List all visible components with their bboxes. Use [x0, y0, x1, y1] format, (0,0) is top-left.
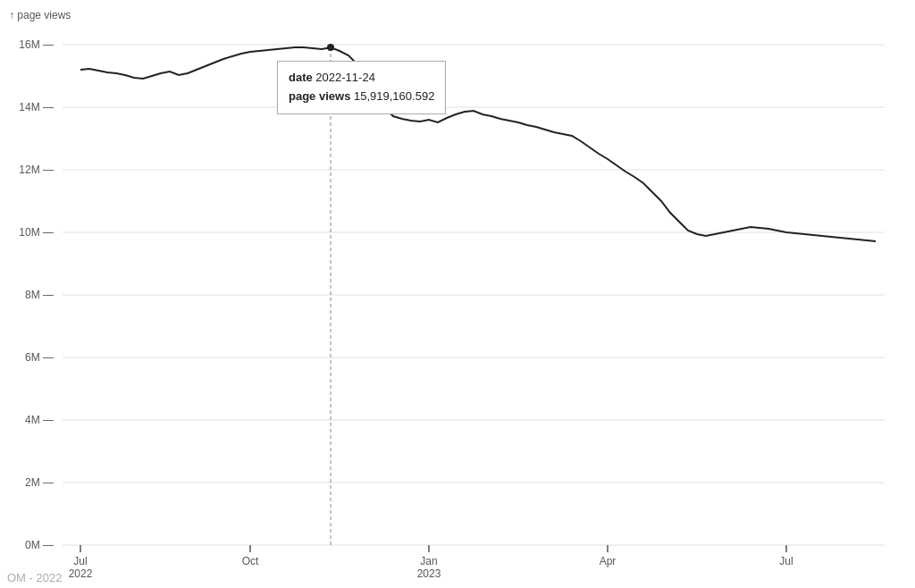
- chart-line: [80, 47, 876, 241]
- svg-text:4M —: 4M —: [25, 414, 54, 426]
- tooltip-date-label: date: [289, 71, 313, 84]
- chart-tooltip: date 2022-11-24 page views 15,919,160.59…: [277, 61, 446, 114]
- svg-text:Jan: Jan: [420, 555, 437, 567]
- svg-text:14M —: 14M —: [19, 101, 54, 113]
- svg-text:Jul: Jul: [779, 555, 793, 567]
- chart-container: ↑ page views 0M — 2M — 4M — 6M — 8M — 10…: [0, 0, 915, 588]
- svg-text:2023: 2023: [417, 567, 441, 580]
- svg-text:Apr: Apr: [600, 555, 617, 567]
- svg-text:6M —: 6M —: [25, 351, 54, 364]
- tooltip-date-value: 2022-11-24: [315, 71, 375, 84]
- svg-text:16M —: 16M —: [19, 38, 54, 51]
- svg-text:Oct: Oct: [242, 555, 259, 567]
- line-chart: 0M — 2M — 4M — 6M — 8M — 10M — 12M — 14M…: [0, 0, 915, 588]
- svg-text:0M —: 0M —: [25, 539, 54, 551]
- svg-text:10M —: 10M —: [19, 226, 54, 239]
- tooltip-pageviews-value: 15,919,160.592: [354, 89, 434, 103]
- svg-text:12M —: 12M —: [19, 164, 54, 176]
- svg-text:8M —: 8M —: [25, 289, 54, 301]
- svg-text:Jul: Jul: [73, 555, 87, 567]
- svg-point-31: [327, 44, 334, 51]
- svg-text:2M —: 2M —: [25, 476, 54, 489]
- tooltip-pageviews-label: page views: [289, 89, 350, 103]
- watermark: OM - 2022: [0, 567, 69, 588]
- svg-text:2022: 2022: [69, 567, 93, 580]
